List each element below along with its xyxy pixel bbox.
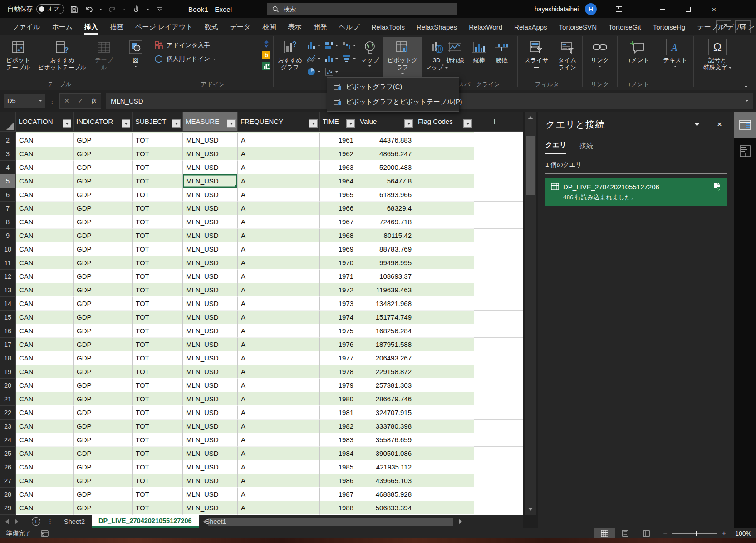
cell-empty[interactable] bbox=[474, 324, 515, 338]
cell-measure[interactable]: MLN_USD bbox=[183, 474, 238, 488]
row-number[interactable]: 25 bbox=[0, 447, 16, 460]
cell-subject[interactable]: TOT bbox=[133, 365, 183, 379]
cell-frequency[interactable]: A bbox=[238, 447, 320, 460]
cell-indicator[interactable]: GDP bbox=[74, 202, 133, 215]
menu-item[interactable]: ピボットグラフ(C) bbox=[327, 79, 459, 94]
avatar[interactable]: H bbox=[585, 3, 597, 15]
ribbon-tab[interactable]: RelaxWord bbox=[463, 18, 508, 35]
touch-mode-dropdown-icon[interactable] bbox=[147, 9, 149, 10]
maps-button[interactable]: マップ bbox=[358, 37, 382, 77]
cell-empty[interactable] bbox=[474, 433, 515, 447]
cell-location[interactable]: CAN bbox=[16, 147, 74, 161]
cell-subject[interactable]: TOT bbox=[133, 147, 183, 161]
cell-subject[interactable]: TOT bbox=[133, 379, 183, 392]
row-number[interactable]: 2 bbox=[0, 133, 16, 147]
cell-location[interactable]: CAN bbox=[16, 474, 74, 488]
ribbon-tab[interactable]: 表示 bbox=[282, 18, 307, 35]
cell-measure[interactable]: MLN_USD bbox=[183, 420, 238, 433]
row-number[interactable]: 9 bbox=[0, 229, 16, 242]
cell-time[interactable]: 1988 bbox=[320, 501, 357, 515]
zoom-level[interactable]: 100% bbox=[731, 530, 751, 537]
line-scatter-chart-button[interactable] bbox=[305, 53, 321, 64]
column-chart-button[interactable] bbox=[305, 39, 321, 51]
cell-location[interactable]: CAN bbox=[16, 188, 74, 202]
cell-empty[interactable] bbox=[474, 297, 515, 311]
cell-empty[interactable] bbox=[474, 133, 515, 147]
cell-measure[interactable]: MLN_USD bbox=[183, 447, 238, 460]
cell-empty[interactable] bbox=[474, 256, 515, 270]
ribbon-tab[interactable]: RelaxShapes bbox=[411, 18, 463, 35]
ribbon-tab[interactable]: ホーム bbox=[46, 18, 79, 35]
cell-measure[interactable]: MLN_USD bbox=[183, 283, 238, 297]
link-button[interactable]: リンク bbox=[588, 37, 612, 77]
zoom-slider[interactable] bbox=[672, 533, 717, 534]
cell-empty[interactable] bbox=[474, 202, 515, 215]
cell-subject[interactable]: TOT bbox=[133, 474, 183, 488]
cell-indicator[interactable]: GDP bbox=[74, 256, 133, 270]
cell-measure[interactable]: MLN_USD bbox=[183, 242, 238, 256]
cell-value[interactable]: 229158.872 bbox=[357, 365, 415, 379]
cell-subject[interactable]: TOT bbox=[133, 283, 183, 297]
cell-subject[interactable]: TOT bbox=[133, 215, 183, 229]
cell-subject[interactable]: TOT bbox=[133, 202, 183, 215]
table-button[interactable]: テーブル bbox=[90, 37, 118, 77]
cell-frequency[interactable]: A bbox=[238, 161, 320, 174]
cell-indicator[interactable]: GDP bbox=[74, 488, 133, 501]
new-comment-button[interactable]: コメント bbox=[623, 37, 651, 77]
cell-location[interactable]: CAN bbox=[16, 311, 74, 324]
cell-time[interactable]: 1976 bbox=[320, 338, 357, 351]
row-number[interactable]: 29 bbox=[0, 501, 16, 515]
histogram-chart-button[interactable] bbox=[323, 53, 339, 64]
cell-indicator[interactable]: GDP bbox=[74, 147, 133, 161]
cell-flag-codes[interactable] bbox=[415, 433, 474, 447]
cell-location[interactable]: CAN bbox=[16, 215, 74, 229]
cell-frequency[interactable]: A bbox=[238, 202, 320, 215]
cell-time[interactable]: 1963 bbox=[320, 161, 357, 174]
cell-measure[interactable]: MLN_USD bbox=[183, 270, 238, 283]
row-number[interactable]: 3 bbox=[0, 147, 16, 161]
cell-empty[interactable] bbox=[515, 365, 523, 379]
cell-time[interactable]: 1966 bbox=[320, 202, 357, 215]
row-number[interactable]: 19 bbox=[0, 365, 16, 379]
cell-time[interactable]: 1984 bbox=[320, 447, 357, 460]
column-header-indicator[interactable]: INDICATOR bbox=[74, 112, 133, 132]
row-number[interactable]: 21 bbox=[0, 392, 16, 406]
ribbon-tab[interactable]: 数式 bbox=[199, 18, 224, 35]
horizontal-scrollbar[interactable] bbox=[203, 517, 471, 526]
cell-indicator[interactable]: GDP bbox=[74, 215, 133, 229]
cell-flag-codes[interactable] bbox=[415, 488, 474, 501]
cell-location[interactable]: CAN bbox=[16, 229, 74, 242]
search-input[interactable]: 検索 bbox=[267, 3, 457, 15]
ribbon-tab[interactable]: ページ レイアウト bbox=[129, 18, 199, 35]
cell-empty[interactable] bbox=[515, 324, 523, 338]
cell-flag-codes[interactable] bbox=[415, 447, 474, 460]
pivot-chart-button[interactable]: ピボットグラフ bbox=[383, 37, 422, 77]
cell-subject[interactable]: TOT bbox=[133, 311, 183, 324]
cell-indicator[interactable]: GDP bbox=[74, 392, 133, 406]
zoom-slider-thumb[interactable] bbox=[696, 531, 697, 536]
cell-subject[interactable]: TOT bbox=[133, 433, 183, 447]
cell-flag-codes[interactable] bbox=[415, 147, 474, 161]
cell-measure[interactable]: MLN_USD bbox=[183, 501, 238, 515]
cell-empty[interactable] bbox=[474, 501, 515, 515]
redo-button[interactable] bbox=[108, 5, 117, 13]
cell-empty[interactable] bbox=[515, 242, 523, 256]
cell-indicator[interactable]: GDP bbox=[74, 351, 133, 365]
cell-measure[interactable]: MLN_USD bbox=[183, 133, 238, 147]
cell-location[interactable]: CAN bbox=[16, 433, 74, 447]
cell-flag-codes[interactable] bbox=[415, 351, 474, 365]
cell-indicator[interactable]: GDP bbox=[74, 501, 133, 515]
sparkline-line-button[interactable]: 折れ線 bbox=[443, 37, 467, 77]
cell-empty[interactable] bbox=[515, 433, 523, 447]
cell-time[interactable]: 1985 bbox=[320, 460, 357, 474]
cell-frequency[interactable]: A bbox=[238, 501, 320, 515]
ribbon-tab[interactable]: TortoiseGit bbox=[603, 18, 647, 35]
ribbon-tab[interactable]: ファイル bbox=[6, 18, 46, 35]
cell-empty[interactable] bbox=[474, 283, 515, 297]
panel-close-icon[interactable]: × bbox=[717, 119, 722, 129]
cell-indicator[interactable]: GDP bbox=[74, 174, 133, 188]
cell-empty[interactable] bbox=[474, 147, 515, 161]
cell-value[interactable]: 108693.37 bbox=[357, 270, 415, 283]
ribbon-tab[interactable]: 開発 bbox=[307, 18, 333, 35]
cell-empty[interactable] bbox=[474, 215, 515, 229]
